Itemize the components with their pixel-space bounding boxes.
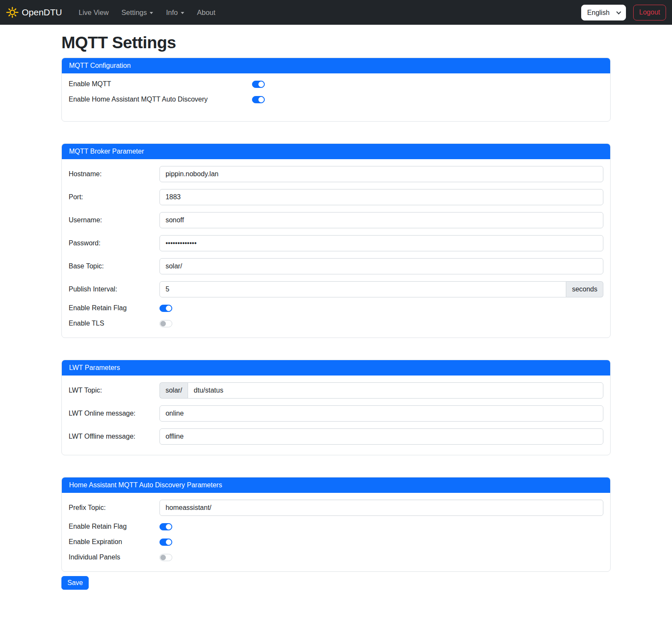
- card-header: LWT Parameters: [62, 360, 610, 376]
- enable-mqtt-toggle[interactable]: [252, 81, 265, 88]
- nav-item-label: Info: [166, 9, 178, 17]
- field-label: Enable TLS: [69, 320, 159, 327]
- field-content: [159, 235, 603, 251]
- field-label: Publish Interval:: [69, 285, 159, 293]
- retain-flag-toggle[interactable]: [159, 305, 172, 312]
- field-content: [159, 554, 603, 561]
- form-row-individual-panels: Individual Panels: [69, 553, 603, 561]
- form-row-lwt-online: LWT Online message:: [69, 405, 603, 422]
- nav-item-label: Live View: [79, 9, 109, 17]
- field-content: [159, 305, 603, 312]
- lwt-online-input[interactable]: [159, 405, 603, 422]
- card-header: MQTT Broker Parameter: [62, 144, 610, 159]
- nav-item-label: Settings: [122, 9, 147, 17]
- nav-item-about[interactable]: About: [191, 5, 222, 20]
- card-body: Enable MQTT Enable Home Assistant MQTT A…: [62, 73, 610, 121]
- individual-panels-toggle[interactable]: [159, 554, 172, 561]
- card-lwt-parameters: LWT Parameters LWT Topic: solar/ LWT Onl…: [61, 360, 611, 455]
- publish-interval-input[interactable]: [159, 281, 566, 297]
- field-label: Prefix Topic:: [69, 504, 159, 512]
- card-mqtt-configuration: MQTT Configuration Enable MQTT Enable Ho…: [61, 58, 611, 122]
- field-content: [159, 428, 603, 445]
- lwt-topic-prefix: solar/: [159, 382, 188, 399]
- sun-icon: [6, 6, 19, 19]
- field-content: [159, 189, 603, 205]
- publish-interval-unit: seconds: [566, 281, 603, 297]
- form-row-hostname: Hostname:: [69, 166, 603, 182]
- lwt-offline-input[interactable]: [159, 428, 603, 445]
- language-select[interactable]: English: [581, 5, 626, 20]
- field-label: LWT Offline message:: [69, 433, 159, 440]
- field-label: Enable MQTT: [69, 80, 252, 88]
- form-row-base-topic: Base Topic:: [69, 258, 603, 274]
- field-label: Hostname:: [69, 170, 159, 178]
- form-row-lwt-topic: LWT Topic: solar/: [69, 382, 603, 399]
- chevron-down-icon: [181, 12, 184, 14]
- form-row-enable-mqtt: Enable MQTT: [69, 80, 603, 88]
- field-label: Enable Retain Flag: [69, 523, 159, 530]
- card-hass-discovery: Home Assistant MQTT Auto Discovery Param…: [61, 477, 611, 572]
- field-content: [159, 320, 603, 327]
- card-body: LWT Topic: solar/ LWT Online message: LW…: [62, 376, 610, 455]
- username-input[interactable]: [159, 212, 603, 228]
- base-topic-input[interactable]: [159, 258, 603, 274]
- field-label: Enable Home Assistant MQTT Auto Discover…: [69, 96, 252, 103]
- brand-label: OpenDTU: [22, 7, 62, 17]
- toggle-knob: [258, 97, 264, 102]
- logout-button[interactable]: Logout: [633, 5, 666, 20]
- form-row-ha-auto-discovery: Enable Home Assistant MQTT Auto Discover…: [69, 96, 603, 103]
- navbar: OpenDTU Live View Settings Info About En…: [0, 0, 672, 25]
- form-row-port: Port:: [69, 189, 603, 205]
- form-row-publish-interval: Publish Interval: seconds: [69, 281, 603, 297]
- nav-item-live-view[interactable]: Live View: [72, 5, 115, 20]
- nav-item-label: About: [197, 9, 215, 17]
- field-content: [252, 81, 603, 88]
- expiration-toggle[interactable]: [159, 539, 172, 546]
- field-content: [159, 258, 603, 274]
- brand-link[interactable]: OpenDTU: [6, 6, 62, 19]
- form-row-retain-flag: Enable Retain Flag: [69, 304, 603, 312]
- form-row-prefix-topic: Prefix Topic:: [69, 500, 603, 516]
- field-content: [159, 166, 603, 182]
- card-mqtt-broker: MQTT Broker Parameter Hostname: Port: Us…: [61, 143, 611, 338]
- field-content: [159, 212, 603, 228]
- field-label: LWT Topic:: [69, 387, 159, 394]
- field-label: Password:: [69, 239, 159, 247]
- prefix-topic-input[interactable]: [159, 500, 603, 516]
- field-label: Username:: [69, 216, 159, 224]
- field-label: Port:: [69, 193, 159, 201]
- field-content: [159, 523, 603, 530]
- field-content: [159, 500, 603, 516]
- toggle-knob: [160, 321, 166, 326]
- field-label: Enable Retain Flag: [69, 304, 159, 312]
- hostname-input[interactable]: [159, 166, 603, 182]
- field-content: [252, 96, 603, 103]
- form-row-username: Username:: [69, 212, 603, 228]
- save-button[interactable]: Save: [61, 576, 89, 590]
- page-title: MQTT Settings: [61, 33, 611, 52]
- form-row-hass-retain-flag: Enable Retain Flag: [69, 523, 603, 530]
- tls-toggle[interactable]: [159, 320, 172, 327]
- toggle-knob: [166, 539, 171, 545]
- language-select-wrap: English: [581, 5, 626, 20]
- password-input[interactable]: [159, 235, 603, 251]
- toggle-knob: [160, 555, 166, 560]
- ha-auto-discovery-toggle[interactable]: [252, 96, 265, 103]
- field-content: solar/: [159, 382, 603, 399]
- form-row-lwt-offline: LWT Offline message:: [69, 428, 603, 445]
- card-body: Hostname: Port: Username: Password:: [62, 159, 610, 338]
- card-header: Home Assistant MQTT Auto Discovery Param…: [62, 477, 610, 493]
- form-row-password: Password:: [69, 235, 603, 251]
- port-input[interactable]: [159, 189, 603, 205]
- nav-item-settings[interactable]: Settings: [115, 5, 160, 20]
- form-row-tls: Enable TLS: [69, 320, 603, 327]
- input-group: solar/: [159, 382, 603, 399]
- lwt-topic-input[interactable]: [188, 382, 603, 399]
- card-body: Prefix Topic: Enable Retain Flag Enable …: [62, 493, 610, 571]
- nav-item-info[interactable]: Info: [159, 5, 191, 20]
- toggle-knob: [166, 306, 171, 311]
- field-label: Individual Panels: [69, 553, 159, 561]
- field-label: Enable Expiration: [69, 538, 159, 546]
- toggle-knob: [166, 524, 171, 530]
- hass-retain-flag-toggle[interactable]: [159, 523, 172, 530]
